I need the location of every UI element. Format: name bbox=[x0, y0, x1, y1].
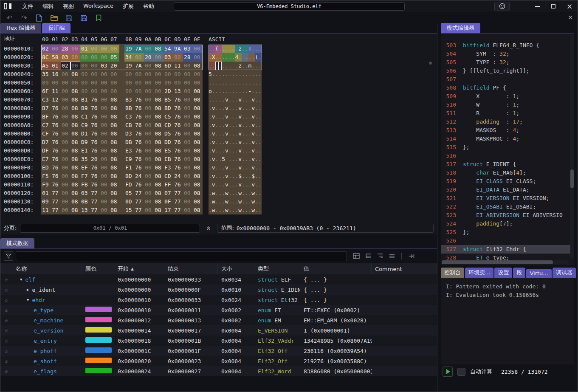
hex-byte[interactable]: CB bbox=[124, 121, 134, 130]
hex-byte[interactable]: 00 bbox=[61, 87, 70, 96]
hex-byte[interactable]: 00 bbox=[193, 45, 203, 53]
hex-byte[interactable]: 00 bbox=[154, 79, 164, 87]
hex-byte[interactable]: 08 bbox=[70, 87, 80, 96]
ascii-char[interactable]: . bbox=[228, 45, 232, 53]
hex-byte[interactable]: 00 bbox=[183, 79, 193, 87]
undo-icon[interactable]: ↶ bbox=[6, 14, 13, 22]
hex-byte[interactable]: 76 bbox=[51, 147, 61, 155]
hex-byte[interactable]: 6F bbox=[41, 87, 51, 96]
ascii-char[interactable]: . bbox=[215, 79, 219, 87]
ascii-char[interactable]: . bbox=[251, 45, 255, 53]
ascii-char[interactable]: v bbox=[225, 147, 228, 155]
ascii-char[interactable]: . bbox=[245, 62, 248, 70]
ascii-char[interactable]: o bbox=[209, 87, 212, 96]
ascii-char[interactable]: . bbox=[215, 62, 219, 70]
hex-byte[interactable]: 08 bbox=[193, 130, 203, 138]
ascii-char[interactable]: . bbox=[235, 87, 238, 96]
ascii-char[interactable]: 4 bbox=[235, 53, 238, 62]
favorite-star-icon[interactable]: ☆ bbox=[0, 307, 12, 313]
ascii-char[interactable]: w bbox=[225, 189, 228, 197]
ascii-char[interactable]: . bbox=[258, 164, 262, 172]
hex-byte[interactable]: 00 bbox=[154, 53, 164, 62]
ascii-char[interactable]: . bbox=[258, 206, 262, 214]
ascii-char[interactable]: v bbox=[225, 121, 228, 130]
ascii-char[interactable]: v bbox=[212, 180, 215, 189]
hex-byte[interactable]: 76 bbox=[134, 138, 144, 147]
hex-byte[interactable]: 16 bbox=[51, 70, 61, 79]
favorite-star-icon[interactable]: ☆ bbox=[0, 358, 12, 364]
ascii-char[interactable]: . bbox=[258, 147, 262, 155]
hex-byte[interactable]: 00 bbox=[100, 121, 110, 130]
ascii-char[interactable]: . bbox=[222, 70, 225, 79]
hex-byte[interactable]: ED bbox=[41, 164, 51, 172]
ascii-char[interactable]: . bbox=[222, 79, 225, 87]
hex-byte[interactable]: D9 bbox=[80, 138, 90, 147]
hex-byte[interactable]: 00 bbox=[134, 79, 144, 87]
ascii-char[interactable]: . bbox=[218, 96, 222, 104]
hex-byte[interactable]: E9 bbox=[124, 155, 134, 164]
hex-byte[interactable]: 08 bbox=[193, 87, 203, 96]
ascii-char[interactable]: . bbox=[248, 53, 252, 62]
hex-byte[interactable]: 00 bbox=[100, 87, 110, 96]
save-as-icon[interactable] bbox=[80, 14, 87, 22]
ascii-char[interactable]: . bbox=[232, 87, 235, 96]
ascii-char[interactable]: . bbox=[238, 53, 242, 62]
hex-byte[interactable]: 7A bbox=[134, 45, 144, 53]
hex-byte[interactable]: 76 bbox=[90, 113, 100, 121]
ascii-char[interactable]: . bbox=[245, 164, 248, 172]
hex-byte[interactable]: 00 bbox=[144, 147, 154, 155]
pattern-filter-input[interactable] bbox=[16, 251, 347, 261]
code-horizontal-scrollbar[interactable] bbox=[442, 260, 568, 264]
vscroll-thumb[interactable] bbox=[570, 169, 574, 188]
save-icon[interactable] bbox=[65, 14, 73, 22]
ascii-char[interactable]: w bbox=[212, 206, 215, 214]
hex-byte[interactable]: 00 bbox=[144, 121, 154, 130]
hex-byte[interactable]: D3 bbox=[124, 130, 134, 138]
new-file-icon[interactable] bbox=[35, 14, 43, 22]
view-nested-tree-icon[interactable] bbox=[376, 252, 384, 260]
hex-byte[interactable]: 76 bbox=[134, 104, 144, 113]
hex-byte[interactable]: FB bbox=[80, 180, 90, 189]
column-header-大小[interactable]: 大小 bbox=[218, 263, 254, 274]
hex-byte[interactable]: 24 bbox=[134, 172, 144, 180]
hex-byte[interactable]: E3 bbox=[124, 147, 134, 155]
ascii-char[interactable]: - bbox=[248, 87, 252, 96]
ascii-char[interactable]: v bbox=[225, 104, 228, 113]
ascii-char[interactable]: v bbox=[225, 96, 228, 104]
hex-byte[interactable]: 20 bbox=[144, 53, 154, 62]
ascii-char[interactable]: . bbox=[228, 53, 232, 62]
hex-byte[interactable]: 11 bbox=[51, 87, 61, 96]
ascii-char[interactable]: . bbox=[255, 62, 258, 70]
ascii-char[interactable]: . bbox=[242, 87, 245, 96]
ascii-char[interactable]: . bbox=[225, 87, 228, 96]
hex-byte[interactable]: 77 bbox=[51, 189, 61, 197]
ascii-char[interactable]: . bbox=[209, 79, 212, 87]
hex-byte[interactable]: E7 bbox=[41, 155, 51, 164]
hex-byte[interactable]: 08 bbox=[110, 147, 119, 155]
hex-byte[interactable]: 00 bbox=[183, 206, 193, 214]
hex-byte[interactable]: 00 bbox=[90, 79, 100, 87]
ascii-char[interactable]: . bbox=[209, 104, 212, 113]
ascii-char[interactable]: . bbox=[209, 113, 212, 121]
hex-byte[interactable]: 05 bbox=[110, 53, 119, 62]
hex-byte[interactable]: 08 bbox=[110, 104, 119, 113]
ascii-char[interactable]: . bbox=[222, 53, 225, 62]
hex-byte[interactable]: EB bbox=[164, 155, 173, 164]
ascii-char[interactable]: . bbox=[218, 206, 222, 214]
hex-byte[interactable]: 77 bbox=[173, 206, 183, 214]
pattern-row[interactable]: ☆e_phoff0x0000001C0x0000001F0x0004Elf32_… bbox=[0, 346, 437, 356]
hex-byte[interactable]: 08 bbox=[154, 96, 164, 104]
ascii-char[interactable]: v bbox=[251, 121, 255, 130]
ascii-char[interactable]: v bbox=[212, 104, 215, 113]
ascii-char[interactable]: v bbox=[225, 180, 228, 189]
ascii-char[interactable]: . bbox=[245, 70, 248, 79]
hex-byte[interactable]: 00 bbox=[164, 70, 173, 79]
pattern-editor-code[interactable]: 503bitfield ELF64_R_INFO {504 SYM : 32;5… bbox=[441, 34, 574, 265]
ascii-char[interactable]: z bbox=[238, 62, 242, 70]
hex-byte[interactable]: 00 bbox=[100, 130, 110, 138]
ascii-char[interactable]: . bbox=[232, 206, 235, 214]
hex-byte[interactable]: 77 bbox=[51, 206, 61, 214]
hex-byte[interactable]: 20 bbox=[90, 155, 100, 164]
hex-byte[interactable]: 08 bbox=[110, 138, 119, 147]
hex-byte[interactable]: 19 bbox=[124, 62, 134, 70]
